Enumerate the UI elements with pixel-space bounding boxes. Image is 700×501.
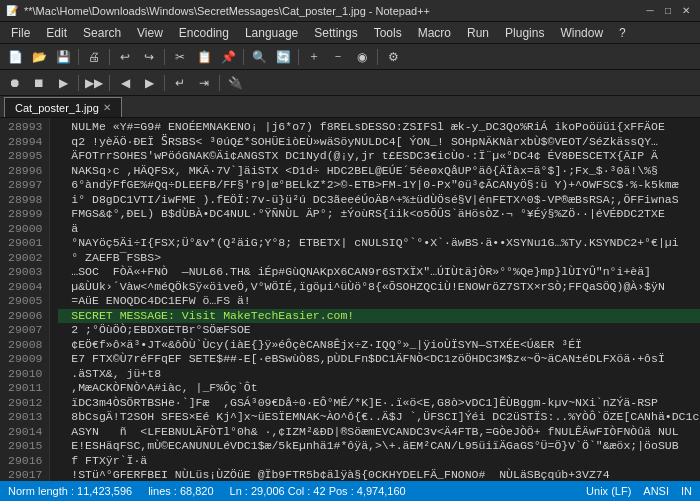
run-button[interactable]: ▶▶ bbox=[83, 73, 105, 93]
save-button[interactable]: 💾 bbox=[52, 47, 74, 67]
code-line: µ&ÙUk›´Vàw<^méQÖkSÿ«öìveÖ,V°WÖIÉ,ïgöµi^ü… bbox=[58, 280, 700, 295]
zoom-out-button[interactable]: － bbox=[327, 47, 349, 67]
next-button[interactable]: ▶ bbox=[138, 73, 160, 93]
code-line: ÄFOTrrSOHES'wPöóGNAK©Äi¢ANGSTX DC1Nyd(@¡… bbox=[58, 149, 700, 164]
line-number: 29016 bbox=[8, 454, 43, 469]
minimize-button[interactable]: ─ bbox=[642, 3, 658, 19]
macro-play-button[interactable]: ▶ bbox=[52, 73, 74, 93]
zoom-in-button[interactable]: ＋ bbox=[303, 47, 325, 67]
toolbar2-sep-4 bbox=[219, 75, 220, 91]
menu-item-language[interactable]: Language bbox=[238, 24, 305, 42]
code-line: …SOC FÒÄ«+FNÒ —NUL66.TH& iÉp#GùQNAKpX6CA… bbox=[58, 265, 700, 280]
toolbar-sep-5 bbox=[298, 49, 299, 65]
search-button[interactable]: 🔍 bbox=[248, 47, 270, 67]
code-line: E7 FTX©Ù7réFFqEF SETE$##-E[·eBSwùÒ8S,pÙD… bbox=[58, 352, 700, 367]
replace-button[interactable]: 🔄 bbox=[272, 47, 294, 67]
menu-item-search[interactable]: Search bbox=[76, 24, 128, 42]
toolbar-sep-2 bbox=[109, 49, 110, 65]
tab-label: Cat_poster_1.jpg bbox=[15, 102, 99, 114]
code-line: NULMe «Y#=G9# ENOÉEMNAKENO¡ |j6*o7) f8RE… bbox=[58, 120, 700, 135]
menu-item-tools[interactable]: Tools bbox=[367, 24, 409, 42]
restore-zoom-button[interactable]: ◉ bbox=[351, 47, 373, 67]
status-right: Unix (LF) ANSI IN bbox=[586, 485, 692, 497]
code-line: .äSTX&, jü+t8 bbox=[58, 367, 700, 382]
paste-button[interactable]: 📌 bbox=[217, 47, 239, 67]
code-line: NAKSq›c ,HÄQFSx, MKÄ·7V`]äiSTX <D1d÷ HDC… bbox=[58, 164, 700, 179]
tab-file[interactable]: Cat_poster_1.jpg ✕ bbox=[4, 97, 122, 117]
line-number: 29002 bbox=[8, 251, 43, 266]
line-number: 29013 bbox=[8, 410, 43, 425]
maximize-button[interactable]: □ bbox=[660, 3, 676, 19]
line-number: 28996 bbox=[8, 164, 43, 179]
status-left: Norm length : 11,423,596 lines : 68,820 … bbox=[8, 485, 406, 497]
menu-item-file[interactable]: File bbox=[4, 24, 37, 42]
code-line: ïDC3m4ÒSÖRTBSHe·`]Fæ ,GSÁ³09€Då÷0·EÔ°MÉ/… bbox=[58, 396, 700, 411]
editor: 2899328994289952899628997289982899929000… bbox=[0, 118, 700, 481]
line-number: 29000 bbox=[8, 222, 43, 237]
cut-button[interactable]: ✂ bbox=[169, 47, 191, 67]
cursor-position: Ln : 29,006 Col : 42 Pos : 4,974,160 bbox=[230, 485, 406, 497]
close-button[interactable]: ✕ bbox=[678, 3, 694, 19]
line-number: 29011 bbox=[8, 381, 43, 396]
toolbar-1: 📄 📂 💾 🖨 ↩ ↪ ✂ 📋 📌 🔍 🔄 ＋ － ◉ ⚙ bbox=[0, 44, 700, 70]
code-line: ASYN ñ <LFEBNULÄFÒTl°0h& ·,¢IZM²&ÐD|®Söæ… bbox=[58, 425, 700, 440]
line-number: 29009 bbox=[8, 352, 43, 367]
prev-button[interactable]: ◀ bbox=[114, 73, 136, 93]
copy-button[interactable]: 📋 bbox=[193, 47, 215, 67]
tab-bar: Cat_poster_1.jpg ✕ bbox=[0, 96, 700, 118]
menu-item-edit[interactable]: Edit bbox=[39, 24, 74, 42]
menu-item-settings[interactable]: Settings bbox=[307, 24, 364, 42]
open-button[interactable]: 📂 bbox=[28, 47, 50, 67]
toolbar-sep-1 bbox=[78, 49, 79, 65]
line-number: 28999 bbox=[8, 207, 43, 222]
code-line: q2 !yèÄÖ·ÐEÏ S̈RSBS< ³0úQ£*SOHÜEiòEÙ»wäS… bbox=[58, 135, 700, 150]
line-number: 29006 bbox=[8, 309, 43, 324]
menu-item-encoding[interactable]: Encoding bbox=[172, 24, 236, 42]
undo-button[interactable]: ↩ bbox=[114, 47, 136, 67]
menu-item-macro[interactable]: Macro bbox=[411, 24, 458, 42]
line-number: 28997 bbox=[8, 178, 43, 193]
plugin-button[interactable]: 🔌 bbox=[224, 73, 246, 93]
line-number: 29003 bbox=[8, 265, 43, 280]
tab-close-icon[interactable]: ✕ bbox=[103, 102, 111, 113]
code-line: ° ZAEFB¯FSBS> bbox=[58, 251, 700, 266]
menu-item-view[interactable]: View bbox=[130, 24, 170, 42]
insert-mode: IN bbox=[681, 485, 692, 497]
code-line: f FTXÿr`Ï·ä bbox=[58, 454, 700, 469]
macro-stop-button[interactable]: ⏹ bbox=[28, 73, 50, 93]
new-button[interactable]: 📄 bbox=[4, 47, 26, 67]
code-line: !STü^°GFERFBEI NÙLüs¡ÙZÖüE @Ïb9FTR5b¢älÿ… bbox=[58, 468, 700, 481]
toolbar-sep-4 bbox=[243, 49, 244, 65]
line-number: 28998 bbox=[8, 193, 43, 208]
indent-button[interactable]: ⇥ bbox=[193, 73, 215, 93]
print-button[interactable]: 🖨 bbox=[83, 47, 105, 67]
menu-item-window[interactable]: Window bbox=[553, 24, 610, 42]
code-line: 2 ;°ÖùÖÒ;EBDXGETBr°SÖæFSOE bbox=[58, 323, 700, 338]
line-number: 28993 bbox=[8, 120, 43, 135]
menu-item-?[interactable]: ? bbox=[612, 24, 633, 42]
menu-item-run[interactable]: Run bbox=[460, 24, 496, 42]
line-number: 29012 bbox=[8, 396, 43, 411]
line-numbers: 2899328994289952899628997289982899929000… bbox=[0, 118, 50, 481]
menu-item-plugins[interactable]: Plugins bbox=[498, 24, 551, 42]
word-wrap-button[interactable]: ↵ bbox=[169, 73, 191, 93]
code-line: i° D8gDC1VTI/iwFME ).fEÖÏ:7v-ü}ü²ú DC3ãe… bbox=[58, 193, 700, 208]
app-icon: 📝 bbox=[6, 5, 18, 16]
code-area[interactable]: NULMe «Y#=G9# ENOÉEMNAKENO¡ |j6*o7) f8RE… bbox=[50, 118, 700, 481]
code-line: ä bbox=[58, 222, 700, 237]
line-number: 29007 bbox=[8, 323, 43, 338]
encoding-label: ANSI bbox=[643, 485, 669, 497]
window-controls[interactable]: ─ □ ✕ bbox=[642, 3, 694, 19]
line-number: 28994 bbox=[8, 135, 43, 150]
title-bar: 📝 **\Mac\Home\Downloads\Windows\SecretMe… bbox=[0, 0, 700, 22]
code-line: °NAYöç5Äi÷I{FSX;Ü°&v*(Q²äiG;Y°8; ETBETX|… bbox=[58, 236, 700, 251]
redo-button[interactable]: ↪ bbox=[138, 47, 160, 67]
toolbar-sep-3 bbox=[164, 49, 165, 65]
settings-button[interactable]: ⚙ bbox=[382, 47, 404, 67]
code-line: SECRET MESSAGE: Visit MakeTechEasier.com… bbox=[58, 309, 700, 324]
menu-bar: FileEditSearchViewEncodingLanguageSettin… bbox=[0, 22, 700, 44]
line-number: 28995 bbox=[8, 149, 43, 164]
macro-record-button[interactable]: ⏺ bbox=[4, 73, 26, 93]
toolbar2-sep-3 bbox=[164, 75, 165, 91]
code-line: 6°àndÿFfGE%#Qq÷DLEEFB/FF§'r9|œ°BELkZ*2>©… bbox=[58, 178, 700, 193]
